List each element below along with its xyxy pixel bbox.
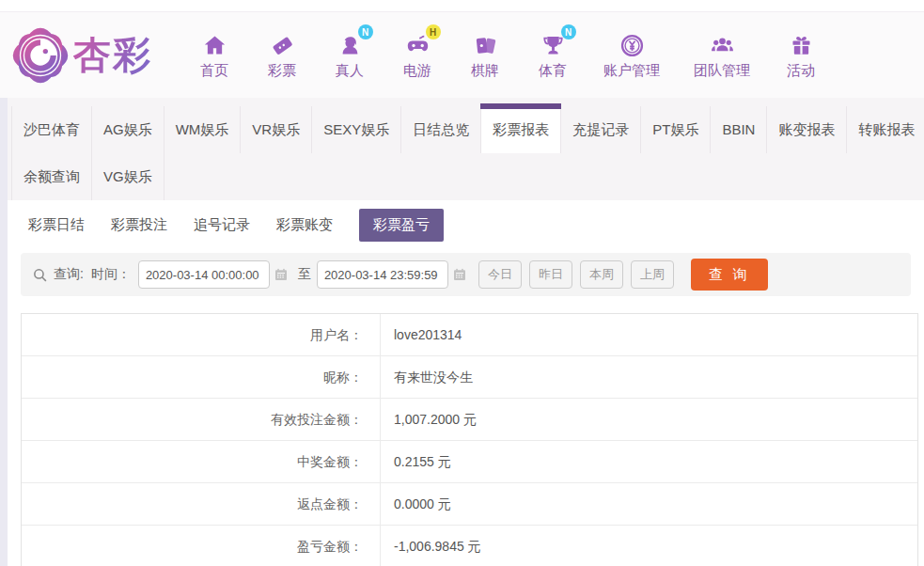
row-value: 有来世没今生 <box>381 356 473 398</box>
query-label: 查询: <box>54 266 84 283</box>
brand-name: 杏彩 <box>73 29 152 81</box>
nav-label: 彩票 <box>268 62 296 80</box>
tab-balance-query[interactable]: 余额查询 <box>11 153 92 200</box>
search-icon <box>32 267 48 283</box>
calendar-icon[interactable] <box>452 267 467 282</box>
brand-logo[interactable]: 杏彩 <box>11 26 179 85</box>
to-label: 至 <box>298 266 311 283</box>
tab-lottery-report[interactable]: 彩票报表 <box>481 106 561 153</box>
tab-vr[interactable]: VR娱乐 <box>241 106 312 153</box>
table-row-username: 用户名： love201314 <box>22 314 917 356</box>
subtab-lottery-account-change[interactable]: 彩票账变 <box>276 216 333 234</box>
this-week-button[interactable]: 本周 <box>580 260 623 289</box>
nav-item-lottery[interactable]: 彩票 <box>265 30 299 80</box>
nav-item-egames[interactable]: H 电游 <box>400 30 434 80</box>
tab-wm[interactable]: WM娱乐 <box>164 106 242 153</box>
tab-bbin[interactable]: BBIN <box>711 106 767 153</box>
nav-item-sports[interactable]: N 体育 <box>536 30 570 80</box>
nav-label: 首页 <box>200 62 228 80</box>
nav-item-home[interactable]: 首页 <box>197 30 231 80</box>
report-tabs-row2: 余额查询 VG娱乐 <box>8 153 924 200</box>
gamepad-icon <box>405 33 431 58</box>
row-label: 中奖金额： <box>22 441 381 482</box>
row-label: 返点金额： <box>22 483 381 525</box>
row-label: 盈亏金额： <box>22 526 381 566</box>
top-strip <box>0 0 924 11</box>
nav-item-live[interactable]: N 真人 <box>333 30 367 80</box>
tab-deposit-withdraw[interactable]: 充提记录 <box>561 106 641 153</box>
new-badge: N <box>561 24 576 39</box>
lottery-subtabs: 彩票日结 彩票投注 追号记录 彩票账变 彩票盈亏 <box>8 200 924 249</box>
flower-emblem-icon <box>11 26 70 85</box>
row-value: 0.2155 元 <box>381 441 451 482</box>
yesterday-button[interactable]: 昨日 <box>529 260 572 289</box>
table-row-nickname: 昵称： 有来世没今生 <box>22 356 917 399</box>
main-nav: 首页 彩票 N 真人 H 电游 棋牌 N 体育 账户管理 <box>197 30 818 80</box>
row-label: 用户名： <box>22 314 381 355</box>
subtab-lottery-profit-loss[interactable]: 彩票盈亏 <box>359 209 444 242</box>
report-tabs: 沙巴体育 AG娱乐 WM娱乐 VR娱乐 SEXY娱乐 日结总览 彩票报表 充提记… <box>8 98 924 200</box>
nav-label: 棋牌 <box>471 62 499 80</box>
nav-label: 活动 <box>787 62 815 80</box>
nav-label: 真人 <box>336 62 364 80</box>
report-tabs-row1: 沙巴体育 AG娱乐 WM娱乐 VR娱乐 SEXY娱乐 日结总览 彩票报表 充提记… <box>8 106 924 153</box>
time-label: 时间： <box>91 266 131 283</box>
table-row-profit-loss-amount: 盈亏金额： -1,006.9845 元 <box>22 526 917 566</box>
tab-transfer-report[interactable]: 转账报表 <box>847 106 924 153</box>
table-row-valid-bet-amount: 有效投注金额： 1,007.2000 元 <box>22 399 917 441</box>
team-icon <box>710 33 735 58</box>
query-bar: 查询: 时间： 至 今日 昨日 本周 上周 查 询 <box>21 253 911 296</box>
gift-icon <box>789 33 814 58</box>
subtab-chase-records[interactable]: 追号记录 <box>194 216 250 234</box>
live-person-icon <box>337 33 363 58</box>
calendar-icon[interactable] <box>274 267 289 282</box>
row-value: 0.0000 元 <box>381 483 451 525</box>
nav-item-boardgames[interactable]: 棋牌 <box>468 30 502 80</box>
nav-item-promotions[interactable]: 活动 <box>784 30 818 80</box>
ticket-icon <box>270 33 295 58</box>
subtab-lottery-bets[interactable]: 彩票投注 <box>111 216 167 234</box>
nav-label: 团队管理 <box>694 62 750 80</box>
nav-label: 电游 <box>403 62 431 80</box>
tab-ag[interactable]: AG娱乐 <box>92 106 164 153</box>
nav-label: 账户管理 <box>603 62 660 80</box>
tab-vg[interactable]: VG娱乐 <box>92 153 164 200</box>
tab-sexy[interactable]: SEXY娱乐 <box>312 106 401 153</box>
account-coin-icon <box>619 33 645 58</box>
tab-daily-summary[interactable]: 日结总览 <box>401 106 481 153</box>
subtab-lottery-daily[interactable]: 彩票日结 <box>28 216 85 234</box>
nav-item-account[interactable]: 账户管理 <box>603 30 660 80</box>
row-value: 1,007.2000 元 <box>381 399 477 440</box>
nav-label: 体育 <box>539 62 567 80</box>
nav-item-team[interactable]: 团队管理 <box>694 30 750 80</box>
profit-loss-table: 用户名： love201314 昵称： 有来世没今生 有效投注金额： 1,007… <box>21 313 918 566</box>
table-row-winning-amount: 中奖金额： 0.2155 元 <box>22 441 917 483</box>
row-value: love201314 <box>381 314 462 355</box>
time-to-input[interactable] <box>317 260 448 289</box>
row-value: -1,006.9845 元 <box>381 526 481 566</box>
time-from-input[interactable] <box>138 260 270 289</box>
trophy-icon <box>540 33 566 58</box>
row-label: 有效投注金额： <box>22 399 381 440</box>
tab-shaba-sports[interactable]: 沙巴体育 <box>11 106 92 153</box>
tab-account-change[interactable]: 账变报表 <box>767 106 847 153</box>
content-panel: 沙巴体育 AG娱乐 WM娱乐 VR娱乐 SEXY娱乐 日结总览 彩票报表 充提记… <box>8 98 924 566</box>
today-button[interactable]: 今日 <box>478 260 522 289</box>
new-badge: N <box>358 24 373 39</box>
cards-icon <box>473 33 498 58</box>
table-row-rebate-amount: 返点金额： 0.0000 元 <box>22 483 917 526</box>
hot-badge: H <box>426 24 441 39</box>
site-header: 杏彩 首页 彩票 N 真人 H 电游 棋牌 N 体育 <box>0 11 924 98</box>
tab-pt[interactable]: PT娱乐 <box>641 106 711 153</box>
row-label: 昵称： <box>22 356 381 398</box>
home-icon <box>202 33 227 58</box>
last-week-button[interactable]: 上周 <box>631 260 674 289</box>
search-submit-button[interactable]: 查 询 <box>691 259 768 291</box>
